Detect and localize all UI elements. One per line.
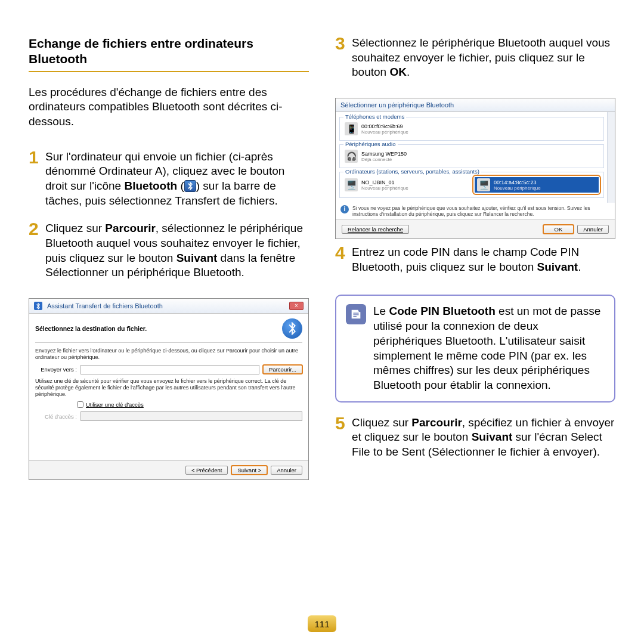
info-row: i Si vous ne voyez pas le périphérique q… (336, 203, 615, 219)
group-phones: Téléphones et modems 📱 00:00:f0:9c:6b:69… (339, 117, 604, 141)
text: . (578, 261, 581, 273)
group-label: Téléphones et modems (343, 113, 406, 120)
device-sub: Nouveau périphérique (494, 185, 541, 191)
text: . (407, 66, 410, 78)
device-name: 00:14:a4:8c:5c:23 (494, 179, 537, 185)
send-to-label: Envoyer vers : (35, 366, 77, 373)
send-to-input[interactable] (80, 365, 259, 374)
computer-icon: 🖥️ (477, 178, 490, 191)
cancel-button[interactable]: Annuler (271, 466, 302, 475)
step-text: Cliquez sur Parcourir, spécifiez un fich… (352, 416, 615, 460)
step-number: 3 (335, 35, 352, 52)
computer-icon: 🖥️ (345, 178, 358, 191)
next-button[interactable]: Suivant > (231, 466, 267, 475)
step-text: Cliquez sur Parcourir, sélectionnez le p… (45, 221, 309, 280)
group-computers: Ordinateurs (stations, serveurs, portabl… (339, 172, 604, 198)
checkbox-input[interactable] (77, 401, 83, 408)
step-text: Sur l'ordinateur qui envoie un fichier (… (45, 150, 309, 209)
step-2: 2 Cliquez sur Parcourir, sélectionnez le… (29, 221, 309, 280)
text: Le (373, 305, 389, 317)
note-text: Le Code PIN Bluetooth est un mot de pass… (373, 304, 605, 392)
refresh-button[interactable]: Relancer la recherche (342, 225, 409, 234)
device-computer-2-highlight: 🖥️ 00:14:a4:8c:5c:23Nouveau périphérique (473, 176, 600, 194)
key-row: Clé d'accès : (35, 411, 302, 421)
text: ) (196, 179, 203, 192)
text: Cliquez sur (45, 222, 105, 234)
device-name: NO_IJBIN_01 (361, 179, 395, 185)
bold: Parcourir (411, 416, 462, 429)
ok-button[interactable]: OK (543, 225, 574, 234)
section-title: Echange de fichiers entre ordinateurs Bl… (29, 36, 309, 72)
device-sub: Nouveau périphérique (361, 185, 408, 191)
divider (35, 342, 302, 343)
device-name: Samsung WEP150 (361, 151, 407, 157)
intro-paragraph: Les procédures d'échange de fichiers ent… (29, 85, 309, 129)
device-sub: Nouveau périphérique (361, 129, 408, 135)
text: est un mot de passe utilisé pour la conn… (373, 305, 600, 391)
dialog-security-text: Utilisez une clé de sécurité pour vérifi… (35, 378, 302, 398)
group-label: Périphériques audio (343, 141, 398, 147)
step-text: Entrez un code PIN dans le champ Code PI… (352, 245, 615, 274)
bluetooth-icon (184, 180, 196, 192)
note-box: Le Code PIN Bluetooth est un mot de pass… (335, 295, 615, 402)
step-1: 1 Sur l'ordinateur qui envoie un fichier… (29, 150, 309, 209)
group-label: Ordinateurs (stations, serveurs, portabl… (343, 168, 481, 175)
heading-text: Sélectionnez la destination du fichier. (35, 325, 147, 332)
note-icon (346, 304, 366, 324)
bold: Suivant (537, 261, 578, 273)
device-name: 00:00:f0:9c:6b:69 (361, 123, 403, 129)
info-text: Si vous ne voyez pas le périphérique que… (352, 205, 610, 217)
bluetooth-logo-icon (282, 318, 302, 339)
dialog-titlebar: Sélectionner un périphérique Bluetooth (336, 98, 615, 112)
device-computer-1[interactable]: 🖥️ NO_IJBIN_01Nouveau périphérique (343, 176, 470, 194)
group-audio: Périphériques audio 🎧 Samsung WEP150Déjà… (339, 144, 604, 168)
step-number: 1 (29, 148, 45, 166)
cancel-button[interactable]: Annuler (577, 225, 609, 234)
step-number: 2 (29, 220, 45, 238)
bold: Suivant (177, 252, 218, 264)
step-3: 3 Sélectionnez le périphérique Bluetooth… (335, 36, 615, 80)
send-to-row: Envoyer vers : Parcourir... (35, 365, 302, 374)
dialog-file-transfer: Assistant Transfert de fichiers Bluetoot… (29, 298, 309, 480)
bold: Code PIN Bluetooth (389, 305, 495, 317)
info-icon: i (340, 205, 349, 213)
dialog-titlebar: Assistant Transfert de fichiers Bluetoot… (29, 299, 308, 314)
text: Cliquez sur (352, 416, 411, 429)
bold: Bluetooth (124, 179, 177, 192)
step-4: 4 Entrez un code PIN dans le champ Code … (335, 245, 615, 274)
device-phone[interactable]: 📱 00:00:f0:9c:6b:69Nouveau périphérique (343, 121, 600, 137)
dialog-select-device: Sélectionner un périphérique Bluetooth T… (335, 98, 615, 239)
step-5: 5 Cliquez sur Parcourir, spécifiez un fi… (335, 416, 615, 460)
device-audio[interactable]: 🎧 Samsung WEP150Déjà connecté (343, 148, 600, 164)
bold: Parcourir (105, 222, 155, 234)
use-key-checkbox[interactable]: Utiliser une clé d'accès (77, 401, 302, 408)
close-icon[interactable]: × (289, 302, 304, 310)
bluetooth-icon (34, 302, 42, 310)
text: ( (177, 179, 184, 192)
step-text: Sélectionnez le périphérique Bluetooth a… (352, 36, 615, 80)
step-number: 4 (335, 244, 352, 262)
key-input (80, 411, 302, 421)
previous-button[interactable]: < Précédent (185, 466, 228, 475)
page-number: 111 (308, 615, 336, 632)
device-computer-2[interactable]: 🖥️ 00:14:a4:8c:5c:23Nouveau périphérique (475, 177, 599, 193)
bold: Suivant (472, 431, 513, 443)
dialog-title-text: Assistant Transfert de fichiers Bluetoot… (47, 302, 163, 309)
headset-icon: 🎧 (345, 150, 358, 163)
key-label: Clé d'accès : (35, 413, 77, 420)
dialog-instruction: Envoyez le fichier vers l'ordinateur ou … (35, 348, 302, 361)
phone-icon: 📱 (345, 122, 358, 135)
bold: OK (389, 66, 407, 78)
device-sub: Déjà connecté (361, 157, 407, 162)
step-number: 5 (335, 414, 352, 432)
browse-button[interactable]: Parcourir... (263, 365, 302, 374)
dialog-heading: Sélectionnez la destination du fichier. (35, 318, 302, 339)
dialog-title-text: Sélectionner un périphérique Bluetooth (340, 101, 454, 109)
checkbox-label: Utiliser une clé d'accès (86, 401, 144, 408)
